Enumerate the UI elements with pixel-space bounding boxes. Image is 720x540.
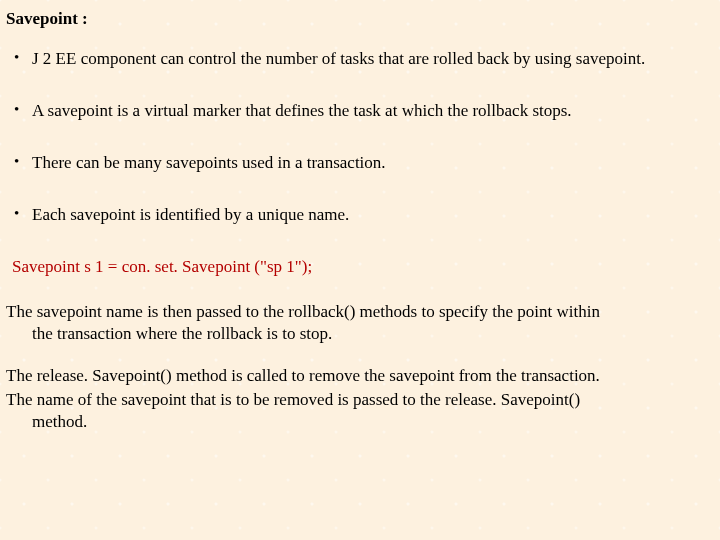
bullet-list: J 2 EE component can control the number … xyxy=(6,48,710,226)
body-paragraph: The savepoint name is then passed to the… xyxy=(6,301,710,345)
paragraph-line: the transaction where the rollback is to… xyxy=(6,323,710,345)
paragraph-line: method. xyxy=(6,411,710,433)
body-paragraph: The release. Savepoint() method is calle… xyxy=(6,365,710,387)
code-example: Savepoint s 1 = con. set. Savepoint ("sp… xyxy=(12,256,710,278)
paragraph-line: The name of the savepoint that is to be … xyxy=(6,390,580,409)
paragraph-line: The savepoint name is then passed to the… xyxy=(6,302,600,321)
list-item: There can be many savepoints used in a t… xyxy=(6,152,710,174)
list-item: J 2 EE component can control the number … xyxy=(6,48,710,70)
slide-heading: Savepoint : xyxy=(6,8,710,30)
list-item: A savepoint is a virtual marker that def… xyxy=(6,100,710,122)
body-paragraph: The name of the savepoint that is to be … xyxy=(6,389,710,433)
list-item: Each savepoint is identified by a unique… xyxy=(6,204,710,226)
